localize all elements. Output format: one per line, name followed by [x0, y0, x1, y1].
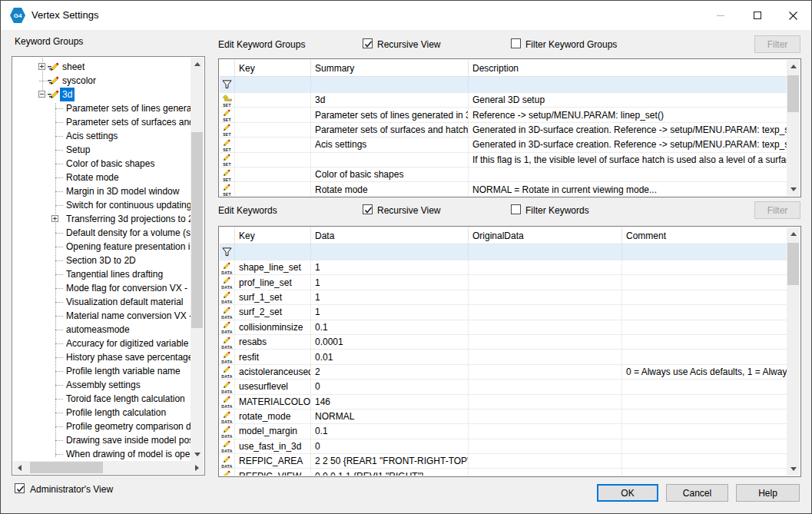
scroll-up-button[interactable]	[787, 227, 800, 240]
tree-item[interactable]: History phase save percentage	[13, 350, 191, 364]
tree-item[interactable]: Rotate mode	[13, 171, 191, 184]
tree-item[interactable]: Color of basic shapes	[13, 157, 191, 171]
table-row[interactable]: DATA usesurflevel 0	[220, 380, 787, 394]
table-row[interactable]: SET Parameter sets of surfaces and hatch…	[220, 123, 787, 138]
filter-button[interactable]: Filter	[754, 201, 800, 219]
title-bar[interactable]: G4 Vertex Settings	[1, 1, 811, 30]
tree-item[interactable]: 3d	[13, 88, 191, 101]
table-row[interactable]: DATA surf_2_set 1	[220, 305, 787, 320]
header-comment[interactable]: Comment	[622, 227, 787, 244]
table-row[interactable]: DATA collisionminsize 0.1	[220, 320, 787, 335]
filter-cell[interactable]	[622, 244, 787, 260]
help-button[interactable]: Help	[736, 484, 800, 502]
keyword-groups-tree[interactable]: sheet syscolor 3d	[12, 56, 205, 476]
tree-item[interactable]: Margin in 3D model window	[13, 184, 191, 198]
filter-keyword-groups-checkbox[interactable]	[511, 38, 521, 48]
tree-item[interactable]: Transferring 3d projections to 2d	[13, 212, 191, 226]
table-row[interactable]: SET If this flag is 1, the visible level…	[220, 153, 787, 167]
table-row[interactable]: DATA resabs 0.0001	[220, 335, 787, 350]
header-summary[interactable]: Summary	[311, 60, 469, 76]
tree-item[interactable]: sheet	[13, 60, 191, 74]
table-row[interactable]: DATA use_fast_in_3d 0	[220, 439, 787, 454]
tree-item[interactable]: Visualization default material	[13, 295, 191, 309]
cancel-button[interactable]: Cancel	[666, 484, 728, 502]
tree-vertical-scrollbar[interactable]	[191, 58, 204, 461]
minimize-button[interactable]	[703, 1, 738, 30]
table-row[interactable]: SET Rotate mode NORMAL = Rotate in curre…	[220, 182, 787, 196]
table-row[interactable]: DATA prof_line_set 1	[220, 275, 787, 290]
ok-button[interactable]: OK	[597, 484, 658, 502]
filter-cell[interactable]	[235, 244, 311, 260]
table-row[interactable]: DATA acistoleranceused 2 0 = Always use …	[220, 365, 787, 380]
scrollbar-thumb[interactable]	[787, 243, 799, 285]
filter-keywords-checkbox[interactable]	[511, 204, 521, 214]
scroll-down-button[interactable]	[191, 448, 204, 461]
filter-cell[interactable]	[235, 77, 311, 92]
tree-item[interactable]: Material name conversion VX - 3	[13, 309, 191, 323]
table-row[interactable]: SET Parameter sets of lines generated in…	[220, 108, 787, 122]
table-row[interactable]: DATA rotate_mode NORMAL	[220, 410, 787, 424]
recursive-view-checkbox[interactable]	[363, 204, 373, 214]
tree-item[interactable]: Tangential lines drafting	[13, 267, 191, 281]
tree-item[interactable]: automeasmode	[13, 323, 191, 337]
table-row[interactable]: DATA MATERIALCOLOR 146	[220, 395, 787, 410]
administrators-view-checkbox[interactable]	[15, 483, 25, 493]
tree-item[interactable]: Drawing save inside model poss	[13, 433, 191, 447]
table-row[interactable]: DATA model_margin 0.1	[220, 424, 787, 439]
maximize-button[interactable]	[740, 1, 775, 30]
header-originaldata[interactable]: OriginalData	[469, 227, 622, 244]
table-row[interactable]: SET 3d General 3D setup	[220, 93, 787, 108]
filter-row[interactable]	[220, 244, 787, 260]
tree-item[interactable]: Accuracy for digitized variable v	[13, 337, 191, 350]
scrollbar-thumb[interactable]	[787, 75, 799, 112]
table-vertical-scrollbar[interactable]	[787, 60, 800, 196]
tree-item[interactable]: Profile length variable name	[13, 364, 191, 378]
table-row[interactable]: SET Acis settings Generated in 3D-surfac…	[220, 138, 787, 152]
table-row[interactable]: DATA REFPIC_AREA 2 2 50 {REAR1 "FRONT-RI…	[220, 454, 787, 469]
recursive-view-checkbox[interactable]	[363, 38, 373, 48]
table-vertical-scrollbar[interactable]	[787, 227, 800, 476]
tree-item[interactable]: Parameter sets of surfaces and h	[13, 115, 191, 129]
tree-expander-icon[interactable]	[38, 91, 45, 98]
table-row[interactable]: SET Color of basic shapes	[220, 167, 787, 182]
tree-item[interactable]: When drawing of model is open	[13, 447, 191, 461]
tree-item[interactable]: Toroid face length calculation	[13, 392, 191, 406]
tree-item[interactable]: Profile geometry comparison dc	[13, 419, 191, 433]
tree-item[interactable]: Setup	[13, 143, 191, 157]
tree-item[interactable]: Acis settings	[13, 129, 191, 143]
scroll-down-button[interactable]	[787, 183, 800, 196]
tree-item[interactable]: Section 3D to 2D	[13, 254, 191, 267]
filter-button[interactable]: Filter	[754, 35, 800, 53]
scroll-down-button[interactable]	[787, 463, 800, 476]
scroll-up-button[interactable]	[191, 58, 204, 71]
tree-horizontal-scrollbar[interactable]	[13, 461, 204, 474]
filter-cell[interactable]	[469, 244, 622, 260]
table-row[interactable]: DATA surf_1_set 1	[220, 290, 787, 305]
header-data[interactable]: Data	[311, 227, 469, 244]
tree-expander-icon[interactable]	[38, 63, 45, 70]
filter-cell[interactable]	[311, 244, 469, 260]
table-row[interactable]: DATA REFPIC_VIEW 0 0 0 1 1 {REVI1 "RIGHT…	[220, 469, 787, 476]
tree-item[interactable]: Assembly settings	[13, 378, 191, 392]
filter-row[interactable]	[220, 77, 787, 93]
scroll-right-button[interactable]	[191, 461, 204, 474]
tree-expander-icon[interactable]	[51, 215, 58, 222]
scroll-up-button[interactable]	[787, 60, 800, 73]
table-row[interactable]: DATA shape_line_set 1	[220, 260, 787, 275]
table-row[interactable]: DATA resfit 0.01	[220, 350, 787, 364]
tree-item[interactable]: Mode flag for conversion VX - 3	[13, 281, 191, 295]
header-description[interactable]: Description	[469, 60, 787, 76]
filter-cell[interactable]	[469, 77, 787, 92]
scroll-left-button[interactable]	[13, 461, 26, 474]
filter-cell[interactable]	[311, 77, 469, 92]
header-key[interactable]: Key	[235, 60, 311, 76]
close-button[interactable]	[775, 1, 810, 30]
tree-item[interactable]: Profile length calculation	[13, 406, 191, 419]
tree-item[interactable]: Parameter sets of lines generate	[13, 101, 191, 115]
tree-item[interactable]: syscolor	[13, 74, 191, 88]
tree-item[interactable]: Switch for continuous updating	[13, 198, 191, 212]
header-key[interactable]: Key	[235, 227, 311, 244]
tree-item[interactable]: Opening feature presentation in	[13, 240, 191, 254]
scrollbar-thumb[interactable]	[30, 462, 103, 473]
tree-item[interactable]: Default density for a volume (ste	[13, 226, 191, 240]
